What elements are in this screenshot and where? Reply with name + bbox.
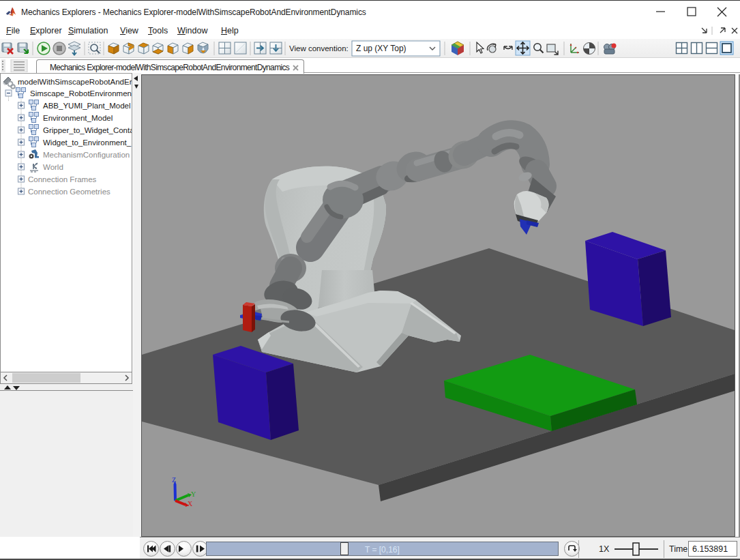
svg-text:View convention:: View convention:	[289, 44, 349, 53]
svg-text:Simscape_RobotEnvironmen: Simscape_RobotEnvironmen	[30, 89, 132, 98]
svg-text:modelWithSimscapeRobotAndEr: modelWithSimscapeRobotAndEr	[18, 78, 132, 86]
svg-text:Z up (XY Top): Z up (XY Top)	[356, 44, 406, 53]
svg-text:ABB_YUMI_Plant_Model: ABB_YUMI_Plant_Model	[43, 102, 130, 110]
svg-text:X: X	[188, 500, 193, 507]
svg-text:Gripper_to_Widget_Conta: Gripper_to_Widget_Conta	[43, 126, 132, 134]
svg-text:Connection Geometries: Connection Geometries	[28, 188, 110, 196]
svg-text:Widget_to_Environment_: Widget_to_Environment_	[43, 138, 132, 147]
svg-text:World: World	[43, 163, 63, 171]
svg-text:MechanismConfiguration: MechanismConfiguration	[43, 151, 130, 159]
svg-text:Z: Z	[172, 476, 176, 484]
svg-text:Environment_Model: Environment_Model	[43, 114, 113, 122]
svg-text:Connection Frames: Connection Frames	[28, 175, 97, 183]
svg-text:Y: Y	[191, 490, 196, 498]
